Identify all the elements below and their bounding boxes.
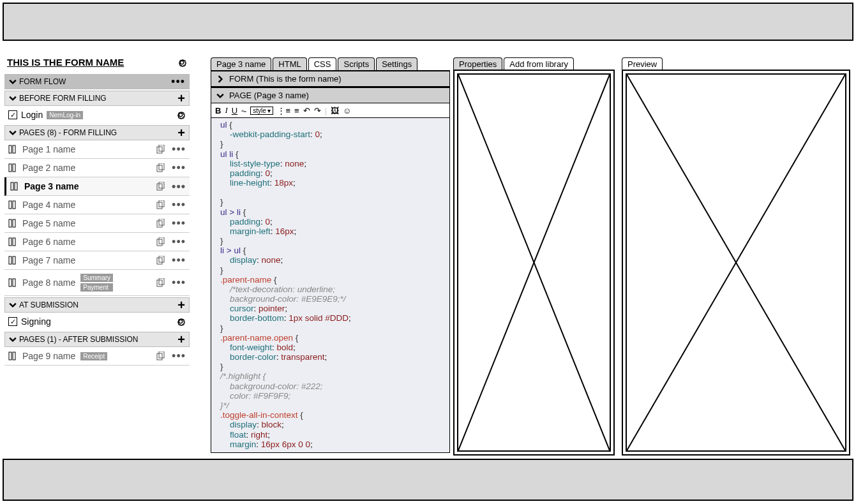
section-pages[interactable]: PAGES (8) - FORM FILLING + bbox=[4, 125, 190, 140]
section-after[interactable]: PAGES (1) - AFTER SUBMISSION + bbox=[4, 332, 190, 347]
svg-rect-32 bbox=[9, 352, 11, 360]
chevron-down-icon bbox=[9, 336, 17, 343]
placeholder-box bbox=[626, 73, 846, 452]
login-label: Login bbox=[21, 110, 43, 120]
page-label: Page 4 name bbox=[22, 200, 75, 210]
dots-icon[interactable]: ••• bbox=[172, 164, 186, 172]
page-row[interactable]: Page 9 name Receipt ••• bbox=[4, 347, 190, 366]
svg-rect-10 bbox=[157, 184, 162, 190]
panel-body bbox=[622, 70, 850, 456]
dots-icon[interactable]: ••• bbox=[172, 352, 186, 360]
emoji-button[interactable]: ☺ bbox=[343, 106, 351, 115]
copy-icon[interactable] bbox=[156, 352, 165, 360]
page-row[interactable]: Page 5 name ••• bbox=[4, 214, 190, 233]
tab-css[interactable]: CSS bbox=[308, 57, 337, 70]
svg-rect-3 bbox=[159, 145, 164, 151]
section-label: PAGES (1) - AFTER SUBMISSION bbox=[19, 335, 138, 344]
login-tag: NemLog-in bbox=[47, 111, 83, 119]
dots-icon[interactable]: ••• bbox=[172, 201, 186, 209]
checkbox-icon[interactable]: ✓ bbox=[8, 110, 17, 119]
context-form-bar[interactable]: FORM (This is the form name) bbox=[211, 70, 450, 87]
svg-rect-0 bbox=[9, 145, 11, 153]
svg-rect-1 bbox=[13, 145, 15, 153]
svg-rect-25 bbox=[13, 256, 15, 264]
form-title[interactable]: THIS IS THE FORM NAME bbox=[7, 57, 124, 68]
dots-icon[interactable]: ••• bbox=[172, 279, 186, 286]
bold-button[interactable]: B bbox=[215, 106, 221, 115]
page-row[interactable]: Page 6 name ••• bbox=[4, 233, 190, 251]
dots-icon[interactable]: ••• bbox=[172, 256, 186, 264]
right-panel-library: Properties Add from library bbox=[453, 57, 615, 456]
page-row-selected[interactable]: Page 3 name ••• bbox=[4, 177, 190, 196]
copy-icon[interactable] bbox=[156, 200, 165, 209]
underline-button[interactable]: U bbox=[232, 106, 237, 115]
dots-icon[interactable]: ••• bbox=[172, 219, 186, 227]
checkbox-icon[interactable]: ✓ bbox=[8, 317, 17, 326]
copy-icon[interactable] bbox=[156, 219, 165, 228]
list-ol-button[interactable]: ≡ bbox=[294, 106, 299, 115]
dots-icon[interactable]: ••• bbox=[171, 78, 185, 85]
section-at-submission[interactable]: AT SUBMISSION + bbox=[4, 297, 190, 313]
svg-rect-5 bbox=[13, 164, 15, 172]
copy-icon[interactable] bbox=[156, 145, 165, 154]
dots-icon[interactable]: ••• bbox=[172, 182, 186, 190]
svg-rect-31 bbox=[159, 278, 164, 285]
page-label: Page 1 name bbox=[22, 144, 75, 154]
tab-html[interactable]: HTML bbox=[273, 57, 306, 70]
image-button[interactable]: 🖼 bbox=[331, 106, 339, 115]
top-frame bbox=[3, 3, 853, 41]
gear-icon[interactable] bbox=[176, 110, 186, 120]
page-row[interactable]: Page 1 name ••• bbox=[4, 140, 190, 159]
tab-settings[interactable]: Settings bbox=[376, 57, 417, 70]
signing-row[interactable]: ✓ Signing bbox=[4, 313, 190, 330]
gear-icon[interactable] bbox=[177, 57, 187, 68]
style-dropdown[interactable]: style ▾ bbox=[250, 107, 273, 115]
chevron-down-icon bbox=[9, 78, 17, 85]
tag: Receipt bbox=[80, 352, 107, 360]
chevron-down-icon bbox=[216, 92, 224, 100]
plus-icon[interactable]: + bbox=[177, 128, 185, 137]
panel-tabs: Preview bbox=[622, 57, 850, 70]
page-row[interactable]: Page 7 name ••• bbox=[4, 251, 190, 270]
copy-icon[interactable] bbox=[156, 256, 165, 265]
redo-button[interactable]: ↷ bbox=[314, 106, 321, 115]
tab-preview[interactable]: Preview bbox=[622, 57, 663, 70]
gear-icon[interactable] bbox=[176, 316, 186, 327]
sidebar: THIS IS THE FORM NAME FORM FLOW ••• BEFO… bbox=[4, 54, 190, 366]
strike-button[interactable]: ⏦ bbox=[241, 106, 246, 115]
copy-icon[interactable] bbox=[156, 182, 165, 191]
copy-icon[interactable] bbox=[156, 278, 165, 287]
bottom-frame bbox=[3, 459, 853, 501]
tab-properties[interactable]: Properties bbox=[453, 57, 502, 70]
tab-page3[interactable]: Page 3 name bbox=[211, 57, 271, 70]
section-label: BEFORE FORM FILLING bbox=[19, 94, 107, 103]
list-ul-button[interactable]: ⋮≡ bbox=[277, 106, 290, 115]
plus-icon[interactable]: + bbox=[177, 94, 185, 103]
panel-body bbox=[453, 70, 615, 456]
chevron-down-icon bbox=[9, 301, 17, 309]
section-before[interactable]: BEFORE FORM FILLING + bbox=[4, 91, 190, 106]
dots-icon[interactable]: ••• bbox=[172, 145, 186, 153]
right-panel-preview: Preview bbox=[622, 57, 850, 456]
page-label: Page 8 name bbox=[22, 278, 75, 288]
page-icon bbox=[8, 237, 17, 246]
plus-icon[interactable]: + bbox=[177, 300, 185, 309]
plus-icon[interactable]: + bbox=[177, 335, 185, 344]
dots-icon[interactable]: ••• bbox=[172, 238, 186, 246]
login-row[interactable]: ✓ Login NemLog-in bbox=[4, 106, 190, 124]
svg-rect-4 bbox=[9, 164, 11, 172]
undo-button[interactable]: ↶ bbox=[303, 106, 310, 115]
copy-icon[interactable] bbox=[156, 163, 165, 172]
tab-add-from-library[interactable]: Add from library bbox=[504, 57, 574, 70]
tab-scripts[interactable]: Scripts bbox=[338, 57, 375, 70]
section-label: AT SUBMISSION bbox=[19, 300, 79, 309]
page-row[interactable]: Page 2 name ••• bbox=[4, 159, 190, 177]
page-row[interactable]: Page 8 name Summary Payment ••• bbox=[4, 270, 190, 296]
css-editor[interactable]: ul { -webkit-padding-start: 0; } ul li {… bbox=[211, 118, 450, 453]
tag: Summary bbox=[80, 274, 113, 282]
italic-button[interactable]: I bbox=[225, 105, 227, 115]
section-form-flow[interactable]: FORM FLOW ••• bbox=[4, 74, 190, 89]
copy-icon[interactable] bbox=[156, 237, 165, 246]
page-row[interactable]: Page 4 name ••• bbox=[4, 196, 190, 214]
context-page-bar[interactable]: PAGE (Page 3 name) bbox=[211, 87, 450, 103]
